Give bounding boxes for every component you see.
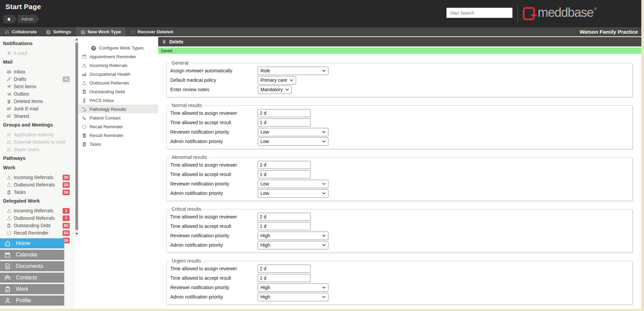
form-row: Reviewer notification priorityHigh [170, 231, 629, 240]
sidebar-item-recall-reminder[interactable]: Recall Reminder54 [0, 229, 75, 237]
pacs-icon [82, 98, 87, 103]
breadcrumb-home[interactable] [3, 15, 17, 23]
sidebar-item-label: Outbox [14, 91, 29, 97]
sidebar-item-deleted-items[interactable]: Deleted Items [0, 98, 75, 105]
toolbar-item-settings[interactable]: Settings [41, 27, 76, 36]
time-allowed-to-accept-result-input[interactable] [258, 274, 311, 282]
reviewer-notification-priority-select[interactable]: Low [258, 128, 328, 136]
nav-item-label: Documents [16, 263, 43, 269]
sidebar-item-application-training[interactable]: Application training [0, 131, 75, 138]
sidebar-item-5-read[interactable]: 5 read [0, 49, 75, 57]
select-value: Mandatory [260, 87, 283, 92]
scroll-down-arrow-icon[interactable] [75, 233, 78, 235]
worktype-item-appointment-reminder[interactable]: Appointment Reminder [78, 52, 158, 61]
worktype-item-tasks[interactable]: Tasks [78, 140, 158, 148]
reviewer-notification-priority-select[interactable]: High [258, 232, 328, 240]
assign-reviewer-automatically-select[interactable]: Role [258, 67, 328, 75]
profile-icon [4, 298, 11, 304]
worktype-item-pacs-inbox[interactable]: PACS Inbox [78, 96, 158, 105]
toolbar-item-recover-deleted[interactable]: Recover Deleted [126, 27, 178, 36]
sidebar-item-super-users[interactable]: Super users [0, 146, 75, 153]
field-label: Admin notification priority [170, 191, 258, 196]
field-label: Admin notification priority [170, 242, 258, 248]
section-normal-results: Normal resultsTime allowed to assign rev… [167, 103, 633, 149]
field-label: Admin notification priority [170, 139, 258, 144]
time-allowed-to-accept-result-input[interactable] [258, 222, 311, 230]
reviewer-notification-priority-select[interactable]: High [258, 283, 328, 292]
form-row: Time allowed to assign reviewer [170, 160, 629, 170]
nav-item-contacts[interactable]: Contacts [0, 273, 64, 283]
time-allowed-to-assign-reviewer-input[interactable] [258, 109, 311, 117]
sidebar-item-outbound-referrals[interactable]: Outbound Referrals28 [0, 181, 75, 188]
nav-item-home[interactable]: Home [0, 238, 64, 248]
select-value: Low [260, 191, 269, 196]
sidebar-item-outbox[interactable]: Outbox [0, 90, 75, 98]
chevron-down-icon [322, 70, 326, 72]
worktype-item-recall-reminder[interactable]: Recall Reminder [78, 122, 158, 131]
worktype-item-patient-contact[interactable]: Patient Contact [78, 113, 158, 122]
toolbar-item-new-work-type[interactable]: New Work Type [76, 27, 126, 36]
breadcrumb: Admin [3, 15, 39, 23]
main-panel: Delete Saved GeneralAssign reviewer auto… [158, 36, 641, 309]
sidebar-item-tasks[interactable]: Tasks16 [0, 188, 75, 196]
nav-item-documents[interactable]: Documents [0, 261, 64, 271]
time-allowed-to-accept-result-input[interactable] [258, 118, 311, 127]
scrollbar-thumb[interactable] [75, 42, 78, 230]
reviewer-notification-priority-select[interactable]: Low [258, 180, 328, 188]
scroll-up-arrow-icon[interactable] [75, 38, 78, 40]
sidebar-item-outstanding-debt[interactable]: $Outstanding Debt85 [0, 222, 75, 229]
sidebar-item-incoming-referrals[interactable]: Incoming Referrals26 [0, 174, 75, 181]
time-allowed-to-assign-reviewer-input[interactable] [258, 213, 311, 221]
count-badge: 1 [63, 208, 70, 214]
nav-item-calendar[interactable]: Calendar [0, 250, 64, 260]
sidebar-item-sent-items[interactable]: Sent Items [0, 83, 75, 90]
sidebar-item-junk-e-mail[interactable]: Junk E-mail [0, 105, 75, 112]
worktype-item-label: Pathology Results [90, 107, 126, 112]
sidebar-scrollbar[interactable] [75, 36, 78, 236]
worktype-item-result-reminder[interactable]: Result Reminder [78, 131, 158, 140]
sidebar-item-inbox[interactable]: Inbox [0, 68, 75, 75]
time-allowed-to-assign-reviewer-input[interactable] [258, 265, 311, 273]
tasks-icon [82, 142, 87, 147]
sidebar-item-shared[interactable]: Shared [0, 112, 75, 120]
sidebar-item-label: Super users [14, 147, 39, 152]
admin-notification-priority-select[interactable]: High [258, 241, 328, 249]
search-input[interactable] [446, 8, 512, 18]
recall-icon [6, 231, 11, 236]
default-medical-policy-select[interactable]: Primary care [258, 76, 296, 84]
field-label: Enter review notes [170, 87, 258, 92]
worktype-item-incoming-referrals[interactable]: Incoming Referrals [78, 61, 158, 70]
form-row: Enter review notesMandatory [170, 85, 629, 94]
debt-icon: $ [82, 89, 87, 94]
admin-notification-priority-select[interactable]: Low [258, 137, 328, 146]
worktype-item-configure-work-types[interactable]: Configure Work Types [78, 43, 158, 52]
time-allowed-to-accept-result-input[interactable] [258, 170, 311, 178]
sidebar-item-label: Sent Items [14, 84, 36, 89]
chevron-down-icon [322, 244, 326, 247]
enter-review-notes-select[interactable]: Mandatory [258, 85, 292, 94]
chevron-down-icon [322, 131, 326, 134]
nav-item-work[interactable]: Work [0, 284, 64, 294]
nav-item-profile[interactable]: Profile [0, 296, 64, 306]
sidebar-item-drafts[interactable]: Drafts4 [0, 75, 75, 83]
send-icon [6, 84, 11, 89]
breadcrumb-item-admin[interactable]: Admin [18, 15, 39, 23]
worktype-item-pathology-results[interactable]: Pathology Results [78, 105, 158, 113]
form-row: Reviewer notification priorityHigh [170, 283, 629, 292]
worktype-item-outbound-referrals[interactable]: Outbound Referrals [78, 78, 158, 87]
sidebar-item-external-network-to-refer[interactable]: External Network to refer [0, 138, 75, 146]
admin-notification-priority-select[interactable]: Low [258, 189, 328, 198]
breadcrumb-label: Admin [21, 16, 34, 22]
sidebar-item-incoming-referrals[interactable]: Incoming Referrals1 [0, 207, 75, 214]
count-badge: 26 [63, 175, 70, 180]
recall-icon [82, 124, 87, 129]
admin-notification-priority-select[interactable]: High [258, 293, 328, 301]
worktype-item-occupational-health[interactable]: Occupational Health [78, 70, 158, 78]
field-label: Time allowed to assign reviewer [170, 214, 258, 219]
time-allowed-to-assign-reviewer-input[interactable] [258, 161, 311, 169]
sidebar-item-outbound-referrals[interactable]: Outbound Referrals7 [0, 214, 75, 222]
toolbar-item-collaborate[interactable]: Collaborate [0, 27, 41, 36]
delete-button[interactable]: Delete [158, 37, 641, 46]
worktype-item-outstanding-debt[interactable]: $Outstanding Debt [78, 87, 158, 96]
sidebar-item-label: Application training [14, 132, 53, 137]
